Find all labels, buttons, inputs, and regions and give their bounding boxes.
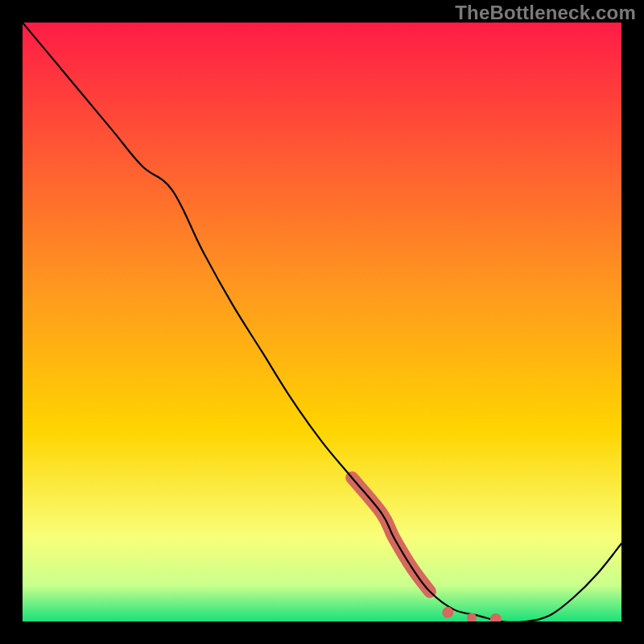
- chart-frame: TheBottleneck.com: [0, 0, 644, 644]
- plot-area: [23, 23, 621, 621]
- watermark-text: TheBottleneck.com: [455, 2, 636, 24]
- gradient-chart: [23, 23, 621, 621]
- gradient-background: [23, 23, 621, 621]
- highlight-dot: [442, 607, 453, 618]
